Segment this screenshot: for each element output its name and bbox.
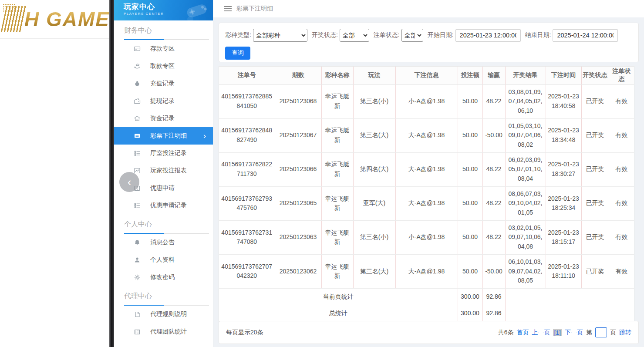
sidebar-item[interactable]: 充值记录	[114, 75, 213, 92]
sidebar-item[interactable]: 提现记录	[114, 92, 213, 110]
cell-draw-result: 03,08,01,09,07,04,05,02,06,10	[505, 84, 546, 118]
cell-bet-info: 小-A盘@1.98	[395, 220, 458, 254]
funds-house-icon	[134, 115, 141, 122]
sidebar-item[interactable]: 取款专区	[114, 57, 213, 75]
main-area: 彩票下注明细 彩种类型: 全部彩种 开奖状态: 全部 注单状态: 全部 开始日期…	[213, 0, 644, 347]
cell-play-type: 第三名(大)	[353, 118, 395, 152]
cell-win-loss: -50.00	[482, 118, 505, 152]
cell-lottery-name: 幸运飞艇新	[321, 186, 353, 220]
sidebar-item-label: 资金记录	[150, 115, 175, 122]
sidebar-item[interactable]: 修改密码	[114, 269, 213, 286]
sidebar-item[interactable]: 资金记录	[114, 110, 213, 127]
sidebar-header: 玩家中心 PLAYERS CENTER	[114, 0, 213, 20]
page-size-text: 每页显示20条	[226, 329, 263, 337]
cell-play-type: 第三名(小)	[353, 84, 395, 118]
sidebar-item-label: 修改密码	[150, 273, 175, 281]
column-header-bet-info: 下注信息	[395, 67, 458, 84]
cell-period: 20250123063	[275, 220, 321, 254]
order-status-label: 注单状态:	[374, 31, 400, 39]
column-header-period: 期数	[275, 67, 321, 84]
summary-label: 当前页统计	[219, 288, 458, 305]
menu-toggle-icon[interactable]	[224, 6, 232, 11]
chevron-right-icon: ›	[203, 132, 206, 139]
cell-order-status: 有效	[609, 84, 634, 118]
lottery-type-select[interactable]: 全部彩种	[253, 29, 307, 42]
column-header-play-type: 玩法	[353, 67, 395, 84]
sidebar-item[interactable]: 厅室投注记录	[114, 145, 213, 162]
cell-order-status: 有效	[609, 118, 634, 152]
table-row: 40156917376282271173020250123066幸运飞艇新第四名…	[219, 152, 634, 186]
start-date-input[interactable]	[455, 29, 521, 42]
promo-record-list-icon	[134, 202, 141, 209]
sidebar-item[interactable]: 代理规则说明	[114, 306, 213, 323]
next-page-link[interactable]: 下一页	[565, 329, 583, 337]
table-row: 40156917376270704232020250123062幸运飞艇新第三名…	[219, 254, 634, 288]
current-page-link[interactable]: [1]	[553, 329, 562, 336]
brand-logo: H GAME	[0, 0, 109, 39]
sidebar-item[interactable]: 彩票下注明细›	[114, 127, 213, 145]
cell-draw-status: 已开奖	[581, 220, 609, 254]
cell-bet-id: 401569173762793475760	[219, 186, 275, 220]
cell-win-loss: -50.00	[482, 254, 505, 288]
cell-bet-amount: 50.00	[458, 152, 482, 186]
cell-play-type: 第三名(大)	[353, 254, 395, 288]
cell-win-loss: 48.22	[482, 84, 505, 118]
table-row: 40156917376273174708020250123063幸运飞艇新第三名…	[219, 220, 634, 254]
cell-bet-info: 大-A盘@1.98	[395, 186, 458, 220]
search-button[interactable]: 查询	[225, 47, 250, 60]
draw-status-label: 开奖状态:	[312, 31, 338, 39]
cell-lottery-name: 幸运飞艇新	[321, 118, 353, 152]
prev-page-link[interactable]: 上一页	[532, 329, 550, 337]
summary-row: 当前页统计300.0092.86	[219, 288, 634, 305]
summary-bet-total: 300.00	[458, 288, 482, 305]
cell-draw-result: 08,06,07,03,09,10,04,02,01,05	[505, 186, 546, 220]
lottery-type-label: 彩种类型:	[225, 31, 251, 39]
cell-bet-id: 401569173762885841050	[219, 84, 275, 118]
column-header-bet-time: 下注时间	[546, 67, 581, 84]
cell-order-status: 有效	[609, 152, 634, 186]
column-header-lottery-name: 彩种名称	[321, 67, 353, 84]
cell-draw-status: 已开奖	[581, 186, 609, 220]
cell-bet-amount: 50.00	[458, 220, 482, 254]
sidebar-item[interactable]: 代理团队统计	[114, 323, 213, 340]
cell-order-status: 有效	[609, 254, 634, 288]
recharge-bag-icon	[134, 80, 141, 87]
page-jump-input[interactable]	[595, 327, 607, 337]
cell-bet-time: 2025-01-23 18:25:34	[546, 186, 581, 220]
table-header-row: 注单号期数彩种名称玩法下注信息投注额输赢开奖结果下注时间开奖状态注单状态	[219, 67, 634, 84]
sidebar-collapse-button[interactable]: ‹	[119, 172, 139, 192]
agent-rules-doc-icon	[134, 311, 141, 318]
sidebar-item-label: 玩家投注报表	[150, 167, 187, 175]
cell-bet-time: 2025-01-23 18:15:17	[546, 220, 581, 254]
column-header-order-status: 注单状态	[609, 67, 634, 84]
jump-button[interactable]: 跳转	[619, 329, 631, 337]
sidebar-item-label: 代理规则说明	[150, 310, 187, 318]
cell-lottery-name: 幸运飞艇新	[321, 220, 353, 254]
table-row: 40156917376284882749020250123067幸运飞艇新第三名…	[219, 118, 634, 152]
first-page-link[interactable]: 首页	[516, 329, 529, 337]
filter-panel: 彩种类型: 全部彩种 开奖状态: 全部 注单状态: 全部 开始日期: 结束日期:…	[219, 23, 639, 62]
agent-team-stats-icon	[134, 328, 141, 335]
draw-status-select[interactable]: 全部	[340, 29, 369, 42]
sidebar-item[interactable]: 优惠申请记录	[114, 197, 213, 214]
sidebar-item-label: 优惠申请	[150, 184, 175, 192]
cell-bet-amount: 50.00	[458, 118, 482, 152]
cell-bet-time: 2025-01-23 18:34:48	[546, 118, 581, 152]
end-date-input[interactable]	[553, 29, 618, 42]
summary-win-total: 92.86	[482, 305, 505, 321]
table-row: 40156917376288584105020250123068幸运飞艇新第三名…	[219, 84, 634, 118]
cell-bet-time: 2025-01-23 18:30:27	[546, 152, 581, 186]
sidebar-item-label: 取款专区	[150, 62, 175, 70]
cell-order-status: 有效	[609, 186, 634, 220]
order-status-select[interactable]: 全部	[401, 29, 423, 42]
column-header-draw-result: 开奖结果	[505, 67, 546, 84]
cell-win-loss: 48.22	[482, 220, 505, 254]
cell-bet-info: 小-A盘@1.98	[395, 84, 458, 118]
sidebar-item[interactable]: 个人资料	[114, 251, 213, 269]
cell-draw-result: 06,10,01,03,09,07,04,02,08,05	[505, 254, 546, 288]
cell-lottery-name: 幸运飞艇新	[321, 254, 353, 288]
sidebar-item[interactable]: 存款专区	[114, 40, 213, 57]
cell-bet-id: 401569173762848827490	[219, 118, 275, 152]
sidebar-item[interactable]: 消息公告	[114, 234, 213, 251]
start-date-label: 开始日期:	[428, 31, 454, 39]
